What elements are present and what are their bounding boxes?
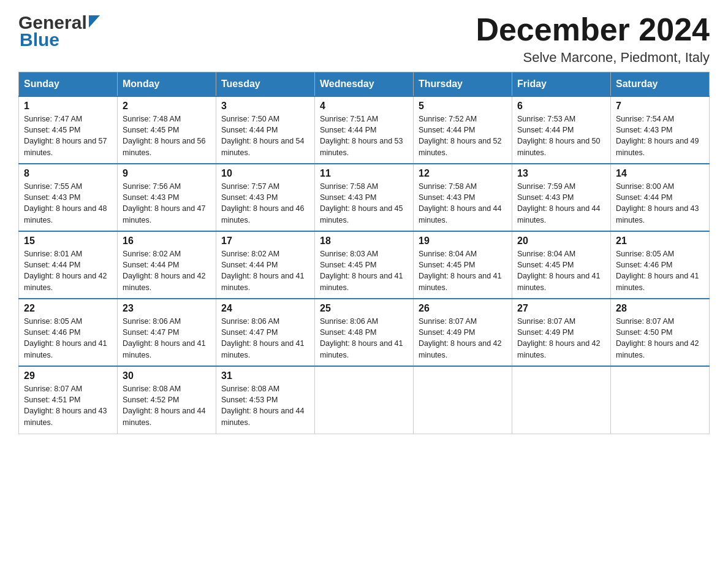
calendar-cell: 29 Sunrise: 8:07 AMSunset: 4:51 PMDaylig… xyxy=(19,366,118,434)
calendar-cell: 31 Sunrise: 8:08 AMSunset: 4:53 PMDaylig… xyxy=(216,366,315,434)
day-info: Sunrise: 8:02 AMSunset: 4:44 PMDaylight:… xyxy=(123,250,206,291)
day-number: 26 xyxy=(419,303,507,314)
day-number: 31 xyxy=(221,370,309,381)
day-number: 3 xyxy=(221,101,309,112)
day-number: 13 xyxy=(517,168,605,179)
calendar-cell: 8 Sunrise: 7:55 AMSunset: 4:43 PMDayligh… xyxy=(19,164,118,231)
calendar-cell xyxy=(414,366,512,434)
calendar-header-row: SundayMondayTuesdayWednesdayThursdayFrid… xyxy=(19,72,710,97)
calendar-header-wednesday: Wednesday xyxy=(315,72,414,97)
day-info: Sunrise: 8:07 AMSunset: 4:49 PMDaylight:… xyxy=(419,317,502,359)
day-number: 5 xyxy=(419,101,507,112)
day-number: 16 xyxy=(123,236,211,247)
calendar-cell: 4 Sunrise: 7:51 AMSunset: 4:44 PMDayligh… xyxy=(315,96,414,164)
day-number: 25 xyxy=(320,303,408,314)
day-number: 21 xyxy=(616,236,704,247)
calendar-cell: 27 Sunrise: 8:07 AMSunset: 4:49 PMDaylig… xyxy=(512,299,611,366)
day-number: 27 xyxy=(517,303,605,314)
calendar-cell: 23 Sunrise: 8:06 AMSunset: 4:47 PMDaylig… xyxy=(118,299,216,366)
day-number: 17 xyxy=(221,236,309,247)
day-info: Sunrise: 8:03 AMSunset: 4:45 PMDaylight:… xyxy=(320,250,403,291)
day-info: Sunrise: 7:58 AMSunset: 4:43 PMDaylight:… xyxy=(320,182,403,224)
calendar-week-row: 22 Sunrise: 8:05 AMSunset: 4:46 PMDaylig… xyxy=(19,299,710,366)
calendar-week-row: 8 Sunrise: 7:55 AMSunset: 4:43 PMDayligh… xyxy=(19,164,710,231)
calendar-cell: 2 Sunrise: 7:48 AMSunset: 4:45 PMDayligh… xyxy=(118,96,216,164)
calendar-cell: 12 Sunrise: 7:58 AMSunset: 4:43 PMDaylig… xyxy=(414,164,512,231)
day-number: 4 xyxy=(320,101,408,112)
calendar-week-row: 15 Sunrise: 8:01 AMSunset: 4:44 PMDaylig… xyxy=(19,231,710,299)
logo-blue-text: Blue xyxy=(18,29,100,50)
calendar-header-sunday: Sunday xyxy=(19,72,118,97)
day-number: 7 xyxy=(616,101,704,112)
calendar-cell: 24 Sunrise: 8:06 AMSunset: 4:47 PMDaylig… xyxy=(216,299,315,366)
calendar-cell: 16 Sunrise: 8:02 AMSunset: 4:44 PMDaylig… xyxy=(118,231,216,299)
day-info: Sunrise: 7:54 AMSunset: 4:43 PMDaylight:… xyxy=(616,115,699,156)
day-number: 15 xyxy=(24,236,112,247)
day-number: 24 xyxy=(221,303,309,314)
month-title: December 2024 xyxy=(476,12,710,47)
title-section: December 2024 Selve Marcone, Piedmont, I… xyxy=(476,12,710,66)
day-number: 11 xyxy=(320,168,408,179)
calendar-cell: 13 Sunrise: 7:59 AMSunset: 4:43 PMDaylig… xyxy=(512,164,611,231)
day-info: Sunrise: 7:57 AMSunset: 4:43 PMDaylight:… xyxy=(221,182,305,224)
day-info: Sunrise: 7:51 AMSunset: 4:44 PMDaylight:… xyxy=(320,115,403,156)
calendar-cell: 28 Sunrise: 8:07 AMSunset: 4:50 PMDaylig… xyxy=(611,299,710,366)
day-info: Sunrise: 8:05 AMSunset: 4:46 PMDaylight:… xyxy=(24,317,107,359)
day-number: 19 xyxy=(419,236,507,247)
day-info: Sunrise: 8:06 AMSunset: 4:47 PMDaylight:… xyxy=(123,317,206,359)
day-number: 29 xyxy=(24,370,112,381)
day-number: 12 xyxy=(419,168,507,179)
day-info: Sunrise: 8:04 AMSunset: 4:45 PMDaylight:… xyxy=(517,250,601,291)
day-info: Sunrise: 7:56 AMSunset: 4:43 PMDaylight:… xyxy=(123,182,206,224)
day-info: Sunrise: 8:04 AMSunset: 4:45 PMDaylight:… xyxy=(419,250,502,291)
calendar-cell: 30 Sunrise: 8:08 AMSunset: 4:52 PMDaylig… xyxy=(118,366,216,434)
calendar-header-monday: Monday xyxy=(118,72,216,97)
calendar-cell: 26 Sunrise: 8:07 AMSunset: 4:49 PMDaylig… xyxy=(414,299,512,366)
day-number: 30 xyxy=(123,370,211,381)
day-number: 6 xyxy=(517,101,605,112)
page-header: General Blue December 2024 Selve Marcone… xyxy=(18,12,710,66)
day-number: 23 xyxy=(123,303,211,314)
day-number: 10 xyxy=(221,168,309,179)
day-info: Sunrise: 7:53 AMSunset: 4:44 PMDaylight:… xyxy=(517,115,601,156)
calendar-cell: 25 Sunrise: 8:06 AMSunset: 4:48 PMDaylig… xyxy=(315,299,414,366)
calendar-cell: 10 Sunrise: 7:57 AMSunset: 4:43 PMDaylig… xyxy=(216,164,315,231)
day-number: 28 xyxy=(616,303,704,314)
calendar-header-tuesday: Tuesday xyxy=(216,72,315,97)
calendar-cell: 7 Sunrise: 7:54 AMSunset: 4:43 PMDayligh… xyxy=(611,96,710,164)
day-info: Sunrise: 8:08 AMSunset: 4:53 PMDaylight:… xyxy=(221,385,305,426)
day-info: Sunrise: 7:55 AMSunset: 4:43 PMDaylight:… xyxy=(24,182,107,224)
day-info: Sunrise: 7:48 AMSunset: 4:45 PMDaylight:… xyxy=(123,115,206,156)
day-number: 9 xyxy=(123,168,211,179)
location-title: Selve Marcone, Piedmont, Italy xyxy=(476,50,710,66)
calendar-cell xyxy=(512,366,611,434)
calendar-cell: 21 Sunrise: 8:05 AMSunset: 4:46 PMDaylig… xyxy=(611,231,710,299)
calendar-header-friday: Friday xyxy=(512,72,611,97)
svg-marker-0 xyxy=(89,15,100,28)
day-info: Sunrise: 7:47 AMSunset: 4:45 PMDaylight:… xyxy=(24,115,107,156)
day-info: Sunrise: 8:07 AMSunset: 4:51 PMDaylight:… xyxy=(24,385,107,426)
day-number: 22 xyxy=(24,303,112,314)
day-info: Sunrise: 8:08 AMSunset: 4:52 PMDaylight:… xyxy=(123,385,206,426)
day-number: 20 xyxy=(517,236,605,247)
day-number: 2 xyxy=(123,101,211,112)
calendar-cell: 9 Sunrise: 7:56 AMSunset: 4:43 PMDayligh… xyxy=(118,164,216,231)
day-info: Sunrise: 8:07 AMSunset: 4:50 PMDaylight:… xyxy=(616,317,699,359)
day-info: Sunrise: 7:50 AMSunset: 4:44 PMDaylight:… xyxy=(221,115,305,156)
day-number: 14 xyxy=(616,168,704,179)
calendar-cell: 11 Sunrise: 7:58 AMSunset: 4:43 PMDaylig… xyxy=(315,164,414,231)
calendar-header-thursday: Thursday xyxy=(414,72,512,97)
day-number: 1 xyxy=(24,101,112,112)
calendar-cell: 14 Sunrise: 8:00 AMSunset: 4:44 PMDaylig… xyxy=(611,164,710,231)
day-info: Sunrise: 8:01 AMSunset: 4:44 PMDaylight:… xyxy=(24,250,107,291)
day-info: Sunrise: 8:06 AMSunset: 4:48 PMDaylight:… xyxy=(320,317,403,359)
calendar-week-row: 1 Sunrise: 7:47 AMSunset: 4:45 PMDayligh… xyxy=(19,96,710,164)
day-info: Sunrise: 7:59 AMSunset: 4:43 PMDaylight:… xyxy=(517,182,601,224)
day-number: 18 xyxy=(320,236,408,247)
logo-arrow-icon xyxy=(89,15,100,28)
day-info: Sunrise: 8:06 AMSunset: 4:47 PMDaylight:… xyxy=(221,317,305,359)
calendar-cell: 1 Sunrise: 7:47 AMSunset: 4:45 PMDayligh… xyxy=(19,96,118,164)
calendar-cell: 18 Sunrise: 8:03 AMSunset: 4:45 PMDaylig… xyxy=(315,231,414,299)
day-info: Sunrise: 7:52 AMSunset: 4:44 PMDaylight:… xyxy=(419,115,502,156)
calendar-table: SundayMondayTuesdayWednesdayThursdayFrid… xyxy=(18,72,710,434)
